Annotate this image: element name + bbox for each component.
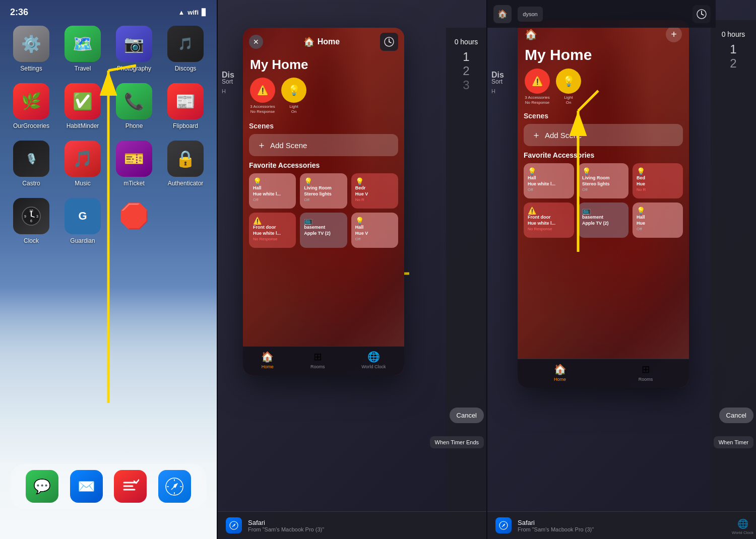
- app-label-flipboard: Flipboard: [173, 122, 198, 129]
- app-grid-row1: ⚙️ Settings 🗺️ Travel 📷 Photography 🎵 Di…: [0, 21, 217, 82]
- app-phone[interactable]: 📞 Phone: [113, 83, 155, 129]
- p3-acc-status: 3 AccessoriesNo Response: [525, 95, 549, 105]
- app-discogs[interactable]: 🎵 Discogs: [164, 26, 207, 72]
- app-clock[interactable]: 12 6 9 3 Clock: [10, 198, 52, 244]
- wifi-icon: wifi: [187, 9, 199, 16]
- app-label-groceries: OurGroceries: [13, 122, 49, 129]
- p3-plus-btn[interactable]: +: [666, 26, 682, 42]
- app-stop[interactable]: 🛑: [113, 198, 155, 244]
- app-castro[interactable]: 🎙️ Castro: [10, 141, 52, 187]
- dock-todoist[interactable]: [114, 470, 147, 503]
- app-habit[interactable]: ✅ HabitMinder: [61, 83, 104, 129]
- app-authenticator[interactable]: 🔒 Authenticator: [164, 141, 207, 187]
- panel3-h: H: [491, 88, 495, 94]
- p2-home-tab-label: Home: [262, 364, 274, 369]
- app-label-music: Music: [75, 180, 90, 187]
- app-icon-guardian: G: [65, 198, 101, 234]
- acc-appletv-name: basementApple TV (2): [304, 225, 343, 236]
- battery-icon: ▊: [202, 9, 207, 16]
- p2-tab-rooms[interactable]: ⊞ Rooms: [310, 351, 325, 369]
- acc-hall2-name: HallHue V: [355, 225, 394, 236]
- p2-warning-icon: ⚠️: [250, 78, 275, 103]
- p3-acc-hall2[interactable]: 💡 HallHue Off: [633, 203, 683, 238]
- p3-acc-hall-status: Off: [528, 187, 570, 192]
- p3-world-clock-tab[interactable]: 🌐 World Clock: [732, 518, 753, 535]
- p2-card-tabs: 🏠 Home ⊞ Rooms 🌐 World Clock: [243, 346, 404, 375]
- app-label-travel: Travel: [75, 65, 91, 72]
- app-icon-groceries: 🌿: [13, 83, 49, 119]
- p3-warning-icon: ⚠️: [525, 69, 550, 94]
- p2-add-scene-btn[interactable]: ＋ Add Scene: [249, 134, 398, 156]
- app-music[interactable]: 🎵 Music: [61, 141, 104, 187]
- acc-hall[interactable]: 💡 HallHue white l... Off: [249, 173, 296, 209]
- dock-safari[interactable]: [158, 470, 191, 503]
- p3-light-acc[interactable]: 💡 LightOn: [556, 69, 581, 105]
- acc-bedr-status: No R: [355, 197, 394, 202]
- acc-hall2[interactable]: 💡 HallHue V Off: [351, 213, 398, 248]
- dock-mail[interactable]: ✉️: [70, 470, 103, 503]
- p3-tab-home[interactable]: 🏠 Home: [554, 363, 566, 382]
- p3-acc-front[interactable]: ⚠️ Front doorHue white l... No Response: [524, 203, 574, 238]
- p3-my-home-big: My Home: [518, 45, 689, 69]
- acc-hall2-status: Off: [355, 237, 394, 241]
- p3-add-scene-btn[interactable]: ＋ Add Scene: [524, 124, 683, 146]
- p3-warning-acc[interactable]: ⚠️ 3 AccessoriesNo Response: [525, 69, 550, 105]
- p3-acc-appletv-icon: 📺: [582, 207, 624, 215]
- app-guardian[interactable]: G Guardian: [61, 198, 104, 244]
- svg-marker-17: [234, 524, 236, 526]
- panel2-sort: Sort: [222, 78, 233, 85]
- panel3-home-card: 🏠 + My Home ⚠️ 3 AccessoriesNo Response: [518, 20, 689, 388]
- p2-tab-worldclock[interactable]: 🌐 World Clock: [361, 351, 386, 369]
- acc-apple-tv[interactable]: 📺 basementApple TV (2): [300, 213, 347, 248]
- p3-when-timer[interactable]: When Timer: [714, 436, 753, 448]
- p3-acc-living-status: Off: [582, 187, 624, 192]
- app-icon-stop: 🛑: [116, 198, 152, 234]
- p3-cancel-btn[interactable]: Cancel: [719, 408, 753, 423]
- p2-light-accessory[interactable]: 💡 LightOn: [281, 78, 306, 114]
- acc-bedr-icon: 💡: [355, 177, 394, 185]
- p3-acc-bedr[interactable]: 💡 BedHue No R: [633, 163, 683, 198]
- p2-accessories-grid: 💡 HallHue white l... Off 💡 Living RoomSt…: [243, 171, 404, 250]
- app-photography[interactable]: 📷 Photography: [113, 26, 155, 72]
- app-label-settings: Settings: [20, 65, 42, 72]
- p3-acc-hall[interactable]: 💡 HallHue white l... Off: [524, 163, 574, 198]
- app-label-habit: HabitMinder: [67, 122, 99, 129]
- p3-dyson-icon[interactable]: dyson: [518, 7, 543, 22]
- p3-worldclock-label: World Clock: [732, 530, 753, 535]
- acc-front-name: Front doorHue white l...: [253, 225, 292, 236]
- dock-messages[interactable]: 💬: [26, 470, 58, 503]
- p2-tab-home[interactable]: 🏠 Home: [261, 351, 274, 369]
- p3-home-icon[interactable]: 🏠: [493, 5, 512, 23]
- app-label-mticket: mTicket: [123, 180, 145, 187]
- app-icon-habit: ✅: [65, 83, 101, 119]
- acc-front[interactable]: ⚠️ Front doorHue white l... No Response: [249, 213, 296, 248]
- app-mticket[interactable]: 🎫 mTicket: [113, 141, 155, 187]
- acc-appletv-icon: 📺: [304, 217, 343, 225]
- p2-when-timer[interactable]: When Timer Ends: [430, 436, 484, 448]
- acc-living[interactable]: 💡 Living RoomStereo lights Off: [300, 173, 347, 209]
- p2-warning-accessory[interactable]: ⚠️ 3 AccessoriesNo Response: [250, 78, 275, 114]
- p3-tab-rooms[interactable]: ⊞ Rooms: [639, 363, 653, 382]
- p2-cancel-btn[interactable]: Cancel: [450, 408, 484, 423]
- p3-acc-living[interactable]: 💡 Living RoomStereo lights Off: [578, 163, 628, 198]
- acc-hall-name: HallHue white l...: [253, 185, 292, 197]
- p2-clock-icon[interactable]: [380, 33, 398, 51]
- acc-bedr[interactable]: 💡 BedrHue V No R: [351, 173, 398, 209]
- p3-acc-bedr-name: BedHue: [637, 175, 679, 187]
- p2-close-btn[interactable]: ✕: [249, 35, 263, 49]
- app-settings[interactable]: ⚙️ Settings: [10, 26, 52, 72]
- app-icon-travel: 🗺️: [65, 26, 101, 62]
- p3-scenes-label: Scenes: [518, 110, 689, 122]
- panels-right: Dis Sort H ✕ 🏠 Home: [218, 0, 756, 539]
- p3-acc-appletv[interactable]: 📺 basementApple TV (2): [578, 203, 628, 238]
- p3-acc-bedr-icon: 💡: [637, 167, 679, 175]
- acc-front-icon: ⚠️: [253, 217, 292, 225]
- p3-clock-nav[interactable]: [692, 5, 711, 23]
- app-flipboard[interactable]: 📰 Flipboard: [164, 83, 207, 129]
- acc-hall2-icon: 💡: [355, 217, 394, 225]
- app-groceries[interactable]: 🌿 OurGroceries: [10, 83, 52, 129]
- p3-safari-text: Safari From "Sam's Macbook Pro (3)": [518, 519, 594, 532]
- app-travel[interactable]: 🗺️ Travel: [61, 26, 104, 72]
- p2-card-content: ✕ 🏠 Home My Home: [243, 28, 404, 375]
- p2-rooms-tab-icon: ⊞: [313, 351, 322, 363]
